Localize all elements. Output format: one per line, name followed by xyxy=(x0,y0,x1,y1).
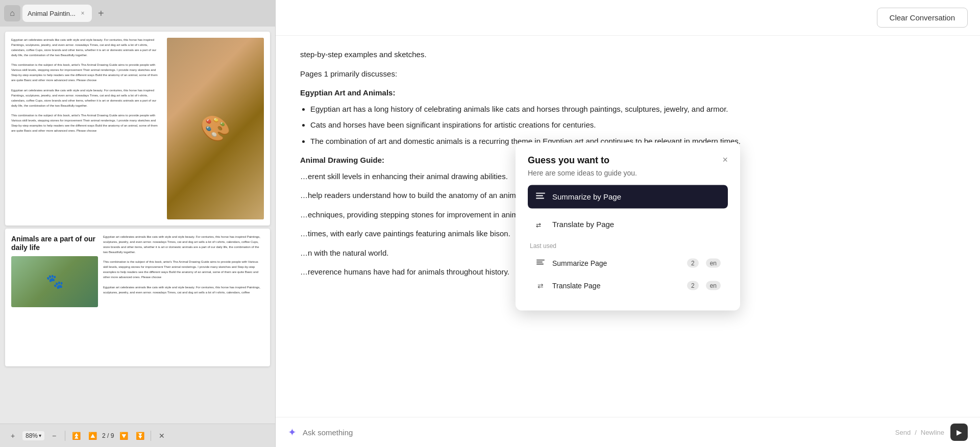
add-tab-button[interactable]: + xyxy=(94,6,108,20)
last-summarize-count: 2 xyxy=(687,258,699,267)
chat-body: step-by-step examples and sketches. Page… xyxy=(276,36,980,417)
chat-input-area: ✦ Send / Newline ▶ xyxy=(276,417,980,447)
translate-by-page-icon: ⇄ xyxy=(535,218,546,230)
chat-page-summary-label: Pages 1 primarily discusses: xyxy=(300,67,955,81)
popup-summarize-by-page[interactable]: Summarize by Page xyxy=(528,185,728,208)
popup-last-translate[interactable]: ⇄ Translate Page 2 en xyxy=(528,276,728,295)
popup-close-icon: × xyxy=(722,154,728,164)
brush-painting-image xyxy=(167,38,264,219)
last-translate-label: Translate Page xyxy=(552,281,679,289)
newline-hint: Newline xyxy=(921,429,944,436)
page-nav: 2 / 9 xyxy=(102,432,114,439)
pdf-tab-bar: ⌂ Animal Paintin... × + xyxy=(0,0,275,27)
home-icon: ⌂ xyxy=(10,9,15,18)
popup-close-button[interactable]: × xyxy=(722,155,728,164)
pdf-page-1-text: Egyptian art celebrates animals like cat… xyxy=(11,38,162,219)
svg-rect-6 xyxy=(536,263,544,264)
chat-input-hints: Send / Newline xyxy=(895,429,944,436)
page-sep: / xyxy=(107,432,111,439)
svg-rect-2 xyxy=(536,197,544,198)
svg-rect-1 xyxy=(536,195,543,196)
popup-title: Guess you want to xyxy=(528,155,609,165)
close-view-button[interactable]: ✕ xyxy=(155,429,168,442)
tab-label: Animal Paintin... xyxy=(28,10,76,17)
chat-intro: step-by-step examples and sketches. xyxy=(300,48,955,61)
last-summarize-lang: en xyxy=(706,258,721,267)
tab-close-icon: × xyxy=(81,10,84,17)
svg-rect-4 xyxy=(536,259,545,260)
zoom-out-button[interactable]: − xyxy=(47,429,61,442)
zoom-display[interactable]: 88% ▾ xyxy=(22,431,44,440)
svg-rect-0 xyxy=(536,192,545,193)
last-summarize-icon xyxy=(535,259,546,266)
zoom-value: 88% xyxy=(26,432,38,439)
pdf-page-2: Animals are a part of our daily life 🐾 E… xyxy=(5,229,270,366)
pdf-page-2-text: Egyptian art celebrates animals like cat… xyxy=(103,235,264,360)
nav-next-icon: 🔽 xyxy=(119,432,128,440)
pdf-tab[interactable]: Animal Paintin... × xyxy=(22,5,92,22)
pdf-content: Egyptian art celebrates animals like cat… xyxy=(0,27,275,424)
animals-headline: Animals are a part of our daily life xyxy=(11,235,98,252)
popup-last-summarize[interactable]: Summarize Page 2 en xyxy=(528,253,728,272)
chat-bullets-list: Egyptian art has a long history of celeb… xyxy=(310,103,955,148)
pdf-page-1: Egyptian art celebrates animals like cat… xyxy=(5,32,270,226)
chat-input-field[interactable] xyxy=(303,428,889,437)
svg-rect-5 xyxy=(536,261,543,262)
popup-divider: Last used xyxy=(528,242,728,249)
hint-separator: / xyxy=(915,429,917,436)
zoom-out-icon: − xyxy=(52,432,56,440)
nav-last-button[interactable]: ⏬ xyxy=(133,429,146,442)
popup-subtitle: Here are some ideas to guide you. xyxy=(528,168,728,177)
toolbar-separator-1 xyxy=(65,431,65,441)
chat-panel: Clear Conversation step-by-step examples… xyxy=(276,0,980,447)
zoom-in-button[interactable]: + xyxy=(6,429,19,442)
summarize-by-page-icon xyxy=(535,191,546,202)
chat-header: Clear Conversation xyxy=(276,0,980,36)
nav-first-icon: ⏫ xyxy=(72,432,81,440)
pdf-toolbar: + 88% ▾ − ⏫ 🔼 2 / 9 🔽 ⏬ ✕ xyxy=(0,424,275,447)
last-translate-icon: ⇄ xyxy=(535,281,546,289)
translate-by-page-label: Translate by Page xyxy=(552,220,614,229)
clear-conversation-button[interactable]: Clear Conversation xyxy=(877,8,968,28)
chat-bullet-1: Egyptian art has a long history of celeb… xyxy=(310,103,955,116)
chat-section1-title: Egyptian Art and Animals: xyxy=(300,86,955,100)
last-translate-count: 2 xyxy=(687,281,699,290)
last-translate-lang: en xyxy=(706,281,721,290)
zoom-dropdown-icon: ▾ xyxy=(39,433,41,438)
send-button[interactable]: ▶ xyxy=(950,424,968,441)
add-tab-icon: + xyxy=(98,8,104,19)
chat-bullet-2: Cats and horses have been significant in… xyxy=(310,118,955,132)
pdf-page-1-image xyxy=(167,38,264,219)
sparkle-icon: ✦ xyxy=(288,426,297,438)
tab-close-button[interactable]: × xyxy=(79,9,87,17)
toolbar-separator-2 xyxy=(151,431,151,441)
last-summarize-label: Summarize Page xyxy=(552,259,679,267)
send-icon: ▶ xyxy=(957,428,962,436)
close-view-icon: ✕ xyxy=(159,432,165,440)
pdf-page-2-left: Animals are a part of our daily life 🐾 xyxy=(11,235,98,360)
nav-prev-icon: 🔼 xyxy=(88,432,97,440)
nav-last-icon: ⏬ xyxy=(136,432,144,440)
nav-prev-button[interactable]: 🔼 xyxy=(86,429,99,442)
nav-first-button[interactable]: ⏫ xyxy=(69,429,83,442)
zoom-in-icon: + xyxy=(11,432,15,440)
page-total: 9 xyxy=(111,432,114,439)
guess-popup: Guess you want to × Here are some ideas … xyxy=(516,142,740,310)
pdf-panel: ⌂ Animal Paintin... × + Egyptian art cel… xyxy=(0,0,276,447)
animals-image: 🐾 xyxy=(11,256,98,307)
summarize-by-page-label: Summarize by Page xyxy=(552,192,621,201)
page-current: 2 xyxy=(102,432,106,439)
send-hint: Send xyxy=(895,429,911,436)
popup-header: Guess you want to × xyxy=(528,155,728,165)
popup-translate-by-page[interactable]: ⇄ Translate by Page xyxy=(528,212,728,236)
nav-next-button[interactable]: 🔽 xyxy=(117,429,130,442)
home-button[interactable]: ⌂ xyxy=(4,5,20,21)
clear-conversation-label: Clear Conversation xyxy=(890,13,955,22)
svg-text:⇄: ⇄ xyxy=(536,221,541,228)
